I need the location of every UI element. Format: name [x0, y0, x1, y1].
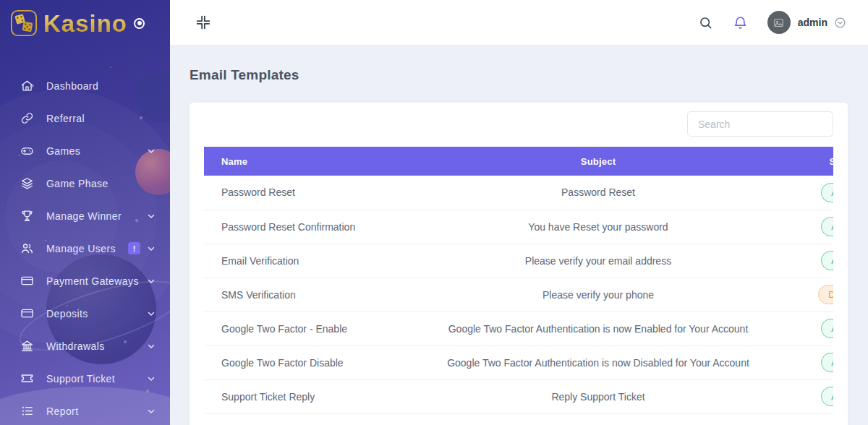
sidebar-item-label: Withdrawals	[46, 340, 105, 352]
notification-badge: !	[128, 242, 140, 254]
table-row: Password Reset Password Reset Active	[204, 176, 833, 210]
template-name-cell: Google Two Factor - Enable	[204, 312, 407, 345]
sidebar-item-games[interactable]: Games	[0, 134, 170, 167]
template-status-cell: Active	[790, 210, 833, 244]
table-scroll-container[interactable]: Name Subject Status Password Reset Passw…	[204, 147, 833, 414]
table-search-input[interactable]	[687, 111, 833, 137]
chevron-down-icon	[147, 342, 156, 351]
user-menu-chevron-icon[interactable]	[834, 17, 846, 29]
status-badge: Active	[821, 251, 833, 270]
template-subject-cell: Google Two Factor Authentication is now …	[407, 312, 790, 345]
template-name-cell: SMS Verification	[204, 278, 407, 312]
sidebar-item-support-ticket[interactable]: Support Ticket	[0, 362, 170, 395]
sidebar-item-payment-gateways[interactable]: Payment Gateways	[0, 265, 170, 297]
template-name-cell: Support Ticket Reply	[204, 379, 407, 413]
template-status-cell: Active	[790, 379, 833, 413]
list-icon	[20, 404, 34, 418]
app-window: Kasino Dashboard Referral Games Game Pha…	[0, 0, 868, 425]
sidebar-item-label: Manage Users	[46, 243, 116, 254]
sidebar-item-withdrawals[interactable]: Withdrawals	[0, 330, 170, 362]
collapse-sidebar-icon[interactable]	[195, 14, 211, 30]
link-icon	[20, 111, 34, 125]
sidebar-item-label: Games	[46, 145, 80, 157]
sidebar-item-manage-winner[interactable]: Manage Winner	[0, 199, 170, 232]
template-subject-cell: Please verify your email address	[407, 244, 790, 278]
template-status-cell: Disable	[790, 278, 833, 312]
users-icon	[20, 241, 34, 255]
avatar[interactable]	[767, 11, 791, 34]
status-badge: Active	[821, 319, 833, 338]
main-area: admin Email Templates	[170, 0, 868, 425]
template-subject-cell: Please verify your phone	[407, 278, 790, 312]
brand-logo[interactable]: Kasino	[0, 0, 170, 46]
brand-name: Kasino	[43, 12, 127, 35]
template-status-cell: Active	[790, 244, 833, 278]
table-row: SMS Verification Please verify your phon…	[204, 278, 833, 312]
email-templates-table: Name Subject Status Password Reset Passw…	[204, 147, 833, 414]
sidebar-item-label: Payment Gateways	[46, 275, 139, 287]
layers-icon	[20, 176, 34, 190]
table-header-row: Name Subject Status	[204, 147, 833, 176]
topbar: admin	[170, 0, 868, 46]
chevron-down-icon	[147, 277, 156, 286]
search-icon[interactable]	[698, 15, 713, 30]
template-status-cell: Active	[790, 345, 833, 379]
chevron-down-icon	[147, 407, 156, 416]
template-status-cell: Active	[790, 176, 833, 210]
topbar-right: admin	[698, 11, 846, 34]
gamepad-icon	[20, 144, 34, 158]
table-row: Password Reset Confirmation You have Res…	[204, 210, 833, 244]
status-badge: Active	[821, 353, 833, 372]
template-name-cell: Email Verification	[204, 244, 407, 278]
credit-card-icon	[20, 306, 34, 320]
template-subject-cell: Password Reset	[407, 176, 790, 210]
sidebar-item-deposits[interactable]: Deposits	[0, 297, 170, 330]
sidebar-item-report[interactable]: Report	[0, 395, 170, 425]
sidebar-item-dashboard[interactable]: Dashboard	[0, 69, 170, 102]
sidebar-item-label: Referral	[46, 113, 85, 124]
card-toolbar	[204, 111, 833, 137]
sidebar-item-label: Support Ticket	[46, 373, 115, 385]
table-row: Google Two Factor Disable Google Two Fac…	[204, 345, 833, 379]
template-subject-cell: Google Two Factor Authentication is now …	[407, 345, 790, 379]
sidebar-item-game-phase[interactable]: Game Phase	[0, 167, 170, 199]
page-title: Email Templates	[190, 67, 848, 83]
status-badge: Disable	[818, 285, 833, 304]
table-row: Google Two Factor - Enable Google Two Fa…	[204, 312, 833, 345]
chevron-down-icon	[147, 212, 156, 220]
template-status-cell: Active	[790, 312, 833, 345]
dice-icon	[10, 9, 38, 37]
template-subject-cell: You have Reset your password	[407, 210, 790, 244]
table-row: Email Verification Please verify your em…	[204, 244, 833, 278]
chevron-down-icon	[147, 244, 156, 253]
column-header-subject[interactable]: Subject	[407, 147, 790, 176]
home-icon	[20, 79, 34, 93]
sidebar-item-label: Game Phase	[46, 178, 109, 189]
notifications-bell-icon[interactable]	[733, 15, 748, 30]
template-subject-cell: Reply Support Ticket	[407, 379, 790, 413]
sidebar-item-manage-users[interactable]: Manage Users !	[0, 232, 170, 265]
sidebar-item-label: Manage Winner	[46, 210, 122, 222]
username-label: admin	[798, 17, 827, 28]
sidebar-item-referral[interactable]: Referral	[0, 102, 170, 134]
sidebar: Kasino Dashboard Referral Games Game Pha…	[0, 0, 170, 425]
status-badge: Active	[821, 387, 833, 406]
credit-card-icon	[20, 274, 34, 288]
template-name-cell: Google Two Factor Disable	[204, 345, 407, 379]
chevron-down-icon	[147, 309, 156, 318]
status-badge: Active	[821, 183, 833, 202]
column-header-status[interactable]: Status	[790, 147, 833, 176]
email-templates-card: Name Subject Status Password Reset Passw…	[190, 103, 848, 425]
sidebar-item-label: Report	[46, 405, 78, 417]
trophy-icon	[20, 209, 34, 223]
chevron-down-icon	[147, 374, 156, 383]
sidebar-toggle-button[interactable]	[134, 18, 145, 29]
column-header-name[interactable]: Name	[204, 147, 407, 176]
status-badge: Active	[821, 217, 833, 236]
sidebar-item-label: Deposits	[46, 308, 88, 319]
chevron-down-icon	[147, 147, 156, 155]
template-name-cell: Password Reset	[204, 176, 407, 210]
bank-icon	[20, 339, 34, 353]
page-content: Email Templates Name Subject Status	[170, 46, 868, 425]
table-row: Support Ticket Reply Reply Support Ticke…	[204, 379, 833, 413]
